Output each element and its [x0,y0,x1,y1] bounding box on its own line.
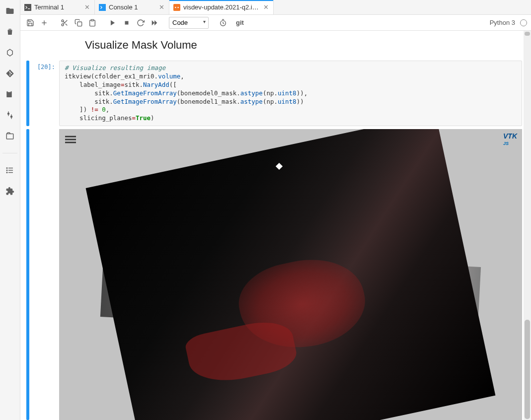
notebook-area[interactable]: Visualize Mask Volume [20]: # Visualize … [20,31,531,420]
svg-rect-27 [125,21,129,24]
code-cell[interactable]: [20]: # Visualize resulting image itkvie… [26,61,522,126]
svg-marker-0 [7,49,13,56]
svg-marker-28 [152,20,154,25]
running-icon[interactable] [4,47,16,59]
run-button[interactable] [107,17,119,29]
svg-rect-25 [91,19,93,21]
svg-point-4 [10,116,13,118]
cell-prompt: [20]: [32,61,59,126]
svg-rect-14 [173,4,180,11]
svg-point-11 [6,172,7,173]
section-heading: Visualize Mask Volume [85,39,531,52]
svg-rect-34 [65,142,76,143]
folder-icon[interactable] [4,5,16,17]
svg-point-16 [177,6,179,8]
vtk-viewer[interactable]: VTKJS [59,129,522,420]
kernel-status-icon[interactable] [520,19,527,26]
output-cell: VTKJS [26,129,522,420]
timing-button[interactable] [217,17,229,29]
tab-bar: Terminal 1 ✕ Console 1 ✕ visdev-update.2… [20,0,531,15]
copy-button[interactable] [73,17,84,29]
git-button[interactable]: git [234,19,246,26]
add-cell-button[interactable] [38,17,50,29]
kernel-name[interactable]: Python 3 [490,19,515,26]
svg-point-9 [6,168,7,169]
svg-rect-5 [6,134,13,140]
svg-point-19 [62,20,64,22]
svg-point-20 [62,24,64,26]
svg-point-15 [175,6,176,8]
tab-terminal[interactable]: Terminal 1 ✕ [20,0,95,14]
stop-button[interactable] [121,17,133,29]
git-icon[interactable] [4,68,16,79]
restart-button[interactable] [135,17,147,29]
settings-icon[interactable] [4,109,16,121]
tab-console[interactable]: Console 1 ✕ [95,0,169,14]
svg-marker-26 [111,20,115,25]
cell-gutter [26,61,29,126]
svg-rect-24 [77,22,82,26]
cell-gutter [26,129,29,420]
vtkjs-logo: VTKJS [503,133,517,145]
svg-marker-29 [154,20,157,25]
notebook-icon [173,4,180,11]
code-input[interactable]: # Visualize resulting image itkview(cfol… [59,61,522,126]
run-all-button[interactable] [149,17,160,29]
hamburger-icon[interactable] [65,134,76,146]
svg-rect-12 [24,4,31,11]
tab-label: Console 1 [109,3,155,11]
toc-icon[interactable] [4,164,16,176]
notebook-toolbar: Code git Python 3 [20,15,531,31]
tasks-icon[interactable] [4,88,16,100]
paste-button[interactable] [86,17,98,29]
close-icon[interactable]: ✕ [158,4,165,11]
svg-rect-1 [6,91,12,97]
svg-point-3 [7,113,10,115]
svg-rect-33 [65,139,76,140]
activity-sidebar [0,0,20,420]
terminal-icon [24,4,31,11]
tab-notebook[interactable]: visdev-update.2021-q2.ipynb ✕ [169,0,274,14]
svg-line-23 [63,21,65,23]
svg-rect-2 [8,91,11,92]
extension-icon[interactable] [4,185,16,197]
svg-rect-32 [65,136,76,138]
sidebar-separator [2,153,17,153]
cell-type-select[interactable]: Code [169,17,209,29]
scroll-thumb[interactable] [525,320,530,419]
trash-icon[interactable] [4,26,16,38]
tabs-icon[interactable] [4,130,16,142]
scrollbar[interactable] [524,31,531,420]
svg-line-22 [66,23,68,25]
scroll-up-icon[interactable] [525,32,530,36]
slice-plane-axial [86,129,496,420]
tab-label: visdev-update.2021-q2.ipynb [183,3,259,11]
save-button[interactable] [24,17,36,29]
close-icon[interactable]: ✕ [83,4,90,11]
svg-point-10 [6,170,7,171]
close-icon[interactable]: ✕ [262,4,269,11]
tab-label: Terminal 1 [34,3,80,11]
console-icon [99,4,106,11]
cell-type-dropdown[interactable]: Code [169,17,209,29]
cut-button[interactable] [59,17,71,29]
